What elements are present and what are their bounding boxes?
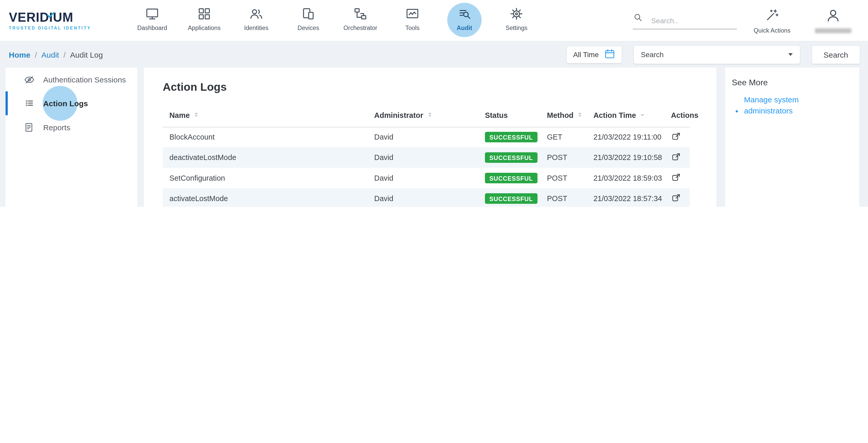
manage-system-administrators-link[interactable]: Manage system administrators [744, 95, 838, 116]
time-range-button[interactable]: All Time [567, 46, 622, 63]
sort-icon [427, 111, 433, 120]
cell-name: BlockAccount [163, 127, 368, 147]
global-search [633, 12, 737, 29]
logo-text-prefix: VERID [9, 11, 49, 24]
veridium-logo[interactable]: VERIDIUM TRUSTED DIGITAL IDENTITY [9, 11, 107, 30]
cell-method: POST [540, 147, 587, 168]
devices-icon [301, 6, 316, 22]
search-submit-button[interactable]: Search [812, 46, 860, 64]
column-header-label: Actions [671, 111, 698, 120]
cell-actions [664, 147, 690, 168]
calendar-icon [604, 48, 615, 61]
sidebar-item-label: Action Logs [43, 99, 88, 108]
content-area: Authentication Sessions Action Logs Repo… [0, 67, 868, 207]
nav-item-orchestrator[interactable]: Orchestrator [334, 0, 386, 41]
view-log-detail-button[interactable] [671, 172, 681, 182]
cell-method: POST [540, 188, 587, 207]
sidebar-item-reports[interactable]: Reports [5, 115, 137, 139]
quick-actions-button[interactable]: Quick Actions [753, 7, 790, 34]
identities-icon [249, 6, 264, 22]
table-row: BlockAccount David SUCCESSFUL GET 21/03/… [163, 127, 690, 147]
topbar-right-area: Quick Actions [633, 7, 868, 34]
status-badge: SUCCESSFUL [485, 173, 537, 183]
orchestrator-icon [352, 6, 368, 22]
column-header-name[interactable]: Name [163, 105, 368, 127]
user-avatar-icon [826, 8, 841, 26]
sidebar-item-action-logs[interactable]: Action Logs [5, 91, 137, 115]
cell-action-time: 21/03/2022 18:59:03 [587, 168, 664, 188]
user-name-redacted [815, 28, 851, 33]
nav-item-identities[interactable]: Identities [230, 0, 282, 41]
nav-item-tools[interactable]: Tools [386, 0, 438, 41]
cell-action-time: 21/03/2022 19:11:00 [587, 127, 664, 147]
cell-status: SUCCESSFUL [478, 147, 540, 168]
nav-item-devices[interactable]: Devices [282, 0, 334, 41]
view-log-detail-button[interactable] [671, 131, 681, 142]
breadcrumb-filter-bar: Home / Audit / Audit Log All Time Search… [0, 41, 868, 68]
cell-method: POST [540, 168, 587, 188]
cell-status: SUCCESSFUL [478, 188, 540, 207]
nav-item-label: Devices [298, 24, 319, 31]
nav-item-label: Applications [188, 24, 221, 31]
sort-icon [577, 111, 583, 120]
view-log-detail-button[interactable] [671, 193, 681, 203]
nav-item-settings[interactable]: Settings [491, 0, 542, 41]
breadcrumb-audit-link[interactable]: Audit [41, 50, 59, 59]
reports-document-icon [24, 121, 35, 132]
table-header-row: Name Administrator Status Method Action … [163, 105, 690, 127]
sidebar-item-authentication-sessions[interactable]: Authentication Sessions [5, 67, 137, 91]
breadcrumb-home-link[interactable]: Home [9, 50, 30, 59]
nav-item-label: Tools [405, 24, 420, 31]
cell-status: SUCCESSFUL [478, 127, 540, 147]
cell-name: activateLostMode [163, 188, 368, 207]
column-header-label: Status [485, 111, 507, 120]
sort-desc-icon [640, 111, 646, 120]
filter-controls: All Time Search Search [567, 46, 860, 64]
cell-actions [664, 188, 690, 207]
audit-sidebar: Authentication Sessions Action Logs Repo… [5, 67, 137, 207]
status-badge: SUCCESSFUL [485, 193, 537, 204]
nav-item-label: Identities [244, 24, 269, 31]
user-menu[interactable] [815, 8, 851, 33]
view-log-detail-button[interactable] [671, 151, 681, 162]
nav-item-label: Orchestrator [343, 24, 377, 31]
cell-method: GET [540, 127, 587, 147]
nav-item-dashboard[interactable]: Dashboard [126, 0, 178, 41]
dashboard-icon [145, 6, 160, 22]
audit-icon [457, 6, 472, 22]
column-header-status: Status [478, 105, 540, 127]
nav-item-label: Settings [505, 24, 528, 31]
cell-administrator: David [368, 147, 478, 168]
column-header-administrator[interactable]: Administrator [368, 105, 478, 127]
sort-icon [193, 111, 199, 120]
column-header-label: Administrator [374, 111, 424, 120]
cell-administrator: David [368, 188, 478, 207]
column-header-action-time[interactable]: Action Time [587, 105, 664, 127]
column-header-label: Name [169, 111, 190, 120]
main-navigation: Dashboard Applications Identities Device… [126, 0, 542, 41]
action-logs-icon [24, 98, 35, 109]
active-indicator-bar [5, 91, 8, 115]
status-badge: SUCCESSFUL [485, 132, 537, 143]
settings-gear-icon [509, 6, 524, 22]
breadcrumb-current: Audit Log [70, 50, 103, 59]
nav-item-audit[interactable]: Audit [438, 0, 490, 41]
cell-name: deactivateLostMode [163, 147, 368, 168]
search-field-select[interactable]: Search [634, 46, 800, 64]
logo-tagline: TRUSTED DIGITAL IDENTITY [9, 25, 107, 30]
applications-icon [196, 6, 212, 22]
table-row: deactivateLostMode David SUCCESSFUL POST… [163, 147, 690, 168]
column-header-method[interactable]: Method [540, 105, 587, 127]
logo-text-suffix: UM [53, 10, 73, 24]
column-header-actions: Actions [664, 105, 690, 127]
action-logs-table: Name Administrator Status Method Action … [163, 105, 690, 207]
nav-item-applications[interactable]: Applications [178, 0, 230, 41]
cell-administrator: David [368, 127, 478, 147]
breadcrumb-separator: / [35, 50, 37, 59]
search-icon [633, 12, 644, 25]
magic-wand-icon [765, 7, 779, 24]
table-row: activateLostMode David SUCCESSFUL POST 2… [163, 188, 690, 207]
cell-status: SUCCESSFUL [478, 168, 540, 188]
nav-item-label: Audit [457, 24, 472, 31]
global-search-input[interactable] [651, 16, 732, 25]
